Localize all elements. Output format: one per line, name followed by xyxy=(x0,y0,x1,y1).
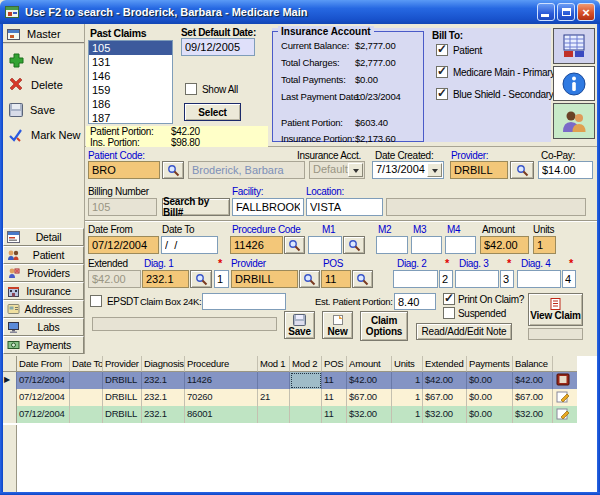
billing-view-button[interactable] xyxy=(553,28,595,64)
facility-input[interactable] xyxy=(232,198,304,216)
sidebar-delete-button[interactable]: Delete xyxy=(9,75,83,95)
close-button[interactable]: × xyxy=(577,3,595,21)
minimize-button[interactable] xyxy=(537,3,555,21)
pos-input[interactable] xyxy=(321,270,351,288)
sidebar-item-patient[interactable]: Patient xyxy=(3,246,84,264)
diag2-index-field[interactable] xyxy=(439,270,453,288)
past-claims-item[interactable]: 105 xyxy=(89,41,172,55)
grid-cell[interactable]: 1 xyxy=(392,389,423,406)
diag1-search-button[interactable] xyxy=(190,270,212,288)
row-selector[interactable] xyxy=(3,389,17,406)
est-patient-portion-input[interactable] xyxy=(394,293,436,310)
grid-cell[interactable]: 21 xyxy=(258,389,290,406)
print-on-claim-checkbox[interactable] xyxy=(443,293,455,305)
chevron-down-icon[interactable] xyxy=(348,163,363,177)
charge-row[interactable]: 07/12/2004 DRBILL 232.1 70260 21 11 $67.… xyxy=(3,389,577,406)
provider-search-button[interactable] xyxy=(510,161,534,179)
charge-row[interactable]: 07/12/2004 DRBILL 232.1 86001 11 $32.00 … xyxy=(3,406,577,423)
past-claims-list[interactable]: 105 131 146 159 186 187 xyxy=(88,40,173,124)
past-claims-item[interactable]: 146 xyxy=(89,69,172,83)
diag2-input[interactable] xyxy=(393,270,438,288)
grid-cell[interactable]: $67.00 xyxy=(347,389,392,406)
grid-header-cell[interactable]: Date From xyxy=(17,356,70,372)
provider-input[interactable] xyxy=(450,161,508,179)
charge-provider-input[interactable] xyxy=(231,270,298,288)
info-button[interactable] xyxy=(553,66,595,101)
grid-cell[interactable] xyxy=(70,372,103,389)
grid-cell[interactable]: $42.00 xyxy=(423,372,467,389)
co-pay-input[interactable] xyxy=(538,161,593,179)
grid-cell[interactable] xyxy=(258,372,290,389)
grid-cell[interactable] xyxy=(70,389,103,406)
patients-view-button[interactable] xyxy=(553,103,595,139)
m1-input[interactable] xyxy=(308,236,342,254)
sidebar-item-labs[interactable]: Labs xyxy=(3,318,84,336)
grid-cell[interactable] xyxy=(290,389,322,406)
charge-provider-search-button[interactable] xyxy=(299,270,320,288)
date-created-select[interactable]: 7/13/2004 xyxy=(372,161,444,179)
search-by-bill-button[interactable]: Search by Bill# xyxy=(162,198,230,216)
amount-input[interactable] xyxy=(480,236,529,254)
grid-cell[interactable]: 70260 xyxy=(185,389,258,406)
bill-to-blueshield-checkbox[interactable] xyxy=(436,88,448,100)
grid-cell[interactable]: 07/12/2004 xyxy=(17,406,70,423)
date-from-input[interactable] xyxy=(88,236,159,254)
grid-cell[interactable]: $0.00 xyxy=(467,389,513,406)
epsdt-checkbox[interactable] xyxy=(90,295,102,307)
sidebar-master-button[interactable]: Master xyxy=(3,26,84,44)
grid-cell[interactable]: $32.00 xyxy=(347,406,392,423)
past-claims-item[interactable]: 187 xyxy=(89,111,172,124)
read-add-edit-note-button[interactable]: Read/Add/Edit Note xyxy=(416,323,512,340)
suspended-checkbox[interactable] xyxy=(443,307,455,319)
sidebar-item-addresses[interactable]: Addresses xyxy=(3,300,84,318)
sidebar-item-detail[interactable]: Detail xyxy=(3,228,84,246)
grid-cell[interactable]: $67.00 xyxy=(513,389,553,406)
grid-header-cell[interactable]: Diagnosis xyxy=(142,356,185,372)
grid-cell[interactable]: DRBILL xyxy=(103,372,142,389)
chevron-down-icon[interactable] xyxy=(427,163,442,177)
grid-header-cell[interactable]: Amount xyxy=(347,356,392,372)
maximize-button[interactable] xyxy=(557,3,575,21)
insurance-acct-select[interactable]: Default xyxy=(309,161,365,179)
grid-cell[interactable]: 1 xyxy=(392,406,423,423)
procedure-search-button[interactable] xyxy=(284,236,305,254)
grid-cell[interactable]: 11 xyxy=(322,389,347,406)
edit-icon[interactable] xyxy=(553,389,577,406)
diag3-input[interactable] xyxy=(455,270,499,288)
grid-cell[interactable]: $0.00 xyxy=(467,372,513,389)
sidebar-item-payments[interactable]: Payments xyxy=(3,336,84,354)
grid-header-cell[interactable]: Units xyxy=(392,356,423,372)
sidebar-item-insurance[interactable]: Insurance xyxy=(3,282,84,300)
bill-to-patient-checkbox[interactable] xyxy=(436,44,448,56)
grid-header-cell[interactable]: POS xyxy=(322,356,347,372)
patient-code-search-button[interactable] xyxy=(162,161,184,179)
m1-search-button[interactable] xyxy=(343,236,365,254)
diag1-index-field[interactable] xyxy=(214,270,229,288)
date-to-input[interactable] xyxy=(161,236,218,254)
grid-cell[interactable]: DRBILL xyxy=(103,389,142,406)
past-claims-item[interactable]: 186 xyxy=(89,97,172,111)
grid-cell[interactable]: 232.1 xyxy=(142,372,185,389)
diag3-index-field[interactable] xyxy=(500,270,514,288)
grid-cell[interactable] xyxy=(258,406,290,423)
grid-header-cell[interactable]: Procedure xyxy=(185,356,258,372)
m4-input[interactable] xyxy=(445,236,476,254)
grid-header-cell[interactable]: Mod 1 xyxy=(258,356,290,372)
grid-cell[interactable]: $32.00 xyxy=(423,406,467,423)
diag1-input[interactable] xyxy=(142,270,189,288)
units-input[interactable] xyxy=(533,236,556,254)
sidebar-save-button[interactable]: Save xyxy=(9,100,83,120)
patient-code-input[interactable] xyxy=(88,161,160,179)
grid-cell-focused[interactable] xyxy=(290,372,322,389)
grid-cell[interactable]: 11426 xyxy=(185,372,258,389)
set-default-date-input[interactable] xyxy=(181,38,255,56)
m2-input[interactable] xyxy=(376,236,408,254)
select-button[interactable]: Select xyxy=(184,103,241,121)
grid-cell[interactable]: 232.1 xyxy=(142,406,185,423)
note-icon[interactable] xyxy=(553,372,577,389)
grid-header-cell[interactable]: Payments xyxy=(467,356,513,372)
claim-box-input[interactable] xyxy=(202,293,286,310)
grid-cell[interactable]: $42.00 xyxy=(347,372,392,389)
location-input[interactable] xyxy=(306,198,383,216)
grid-cell[interactable]: 86001 xyxy=(185,406,258,423)
